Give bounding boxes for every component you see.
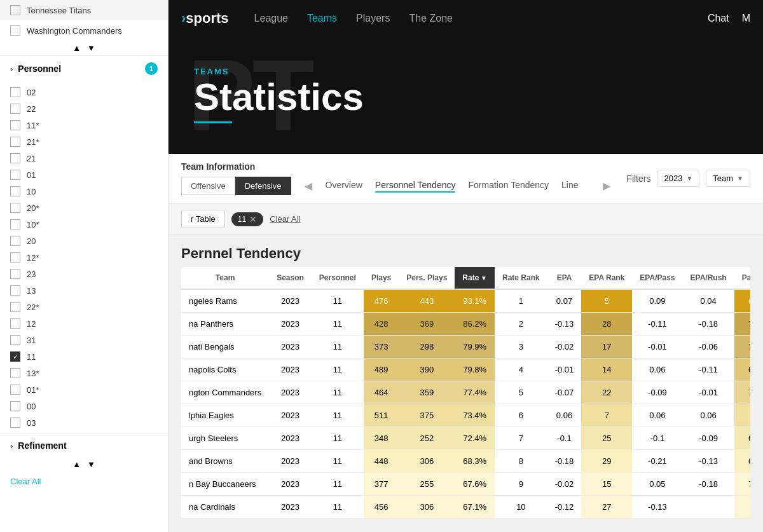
team-info-label: Team Information <box>181 161 255 172</box>
col-season[interactable]: Season <box>269 267 312 289</box>
pers-item-13s[interactable]: 13* <box>0 365 168 381</box>
pers-item-13[interactable]: 13 <box>0 282 168 299</box>
cell-plays: 428 <box>364 313 399 336</box>
scroll-up-bottom-icon[interactable]: ▲ <box>72 460 81 469</box>
tab-scroll-left-icon[interactable]: ◀ <box>301 180 315 192</box>
sidebar-team-washington[interactable]: Washington Commanders <box>0 20 168 41</box>
pers-item-10[interactable]: 10 <box>0 183 168 200</box>
year-filter-select[interactable]: 2023 ▼ <box>657 170 699 187</box>
pers-checkbox-01[interactable] <box>10 170 20 180</box>
refinement-section-header[interactable]: › Refinement <box>0 433 168 457</box>
pers-item-21[interactable]: 21 <box>0 150 168 167</box>
col-rate-rank[interactable]: Rate Rank <box>495 267 547 289</box>
pers-checkbox-12[interactable] <box>10 318 20 329</box>
cell-epa-rush: -0.18 <box>683 313 734 336</box>
pers-checkbox-11s[interactable] <box>10 120 20 130</box>
col-epa-rank[interactable]: EPA Rank <box>581 267 632 289</box>
pers-checkbox-20[interactable] <box>10 236 20 246</box>
sidebar-clear-all-button[interactable]: Clear All <box>0 472 168 491</box>
pers-checkbox-10[interactable] <box>10 186 20 196</box>
pers-item-01[interactable]: 01 <box>0 167 168 183</box>
scroll-up-icon[interactable]: ▲ <box>72 43 81 53</box>
pers-item-11[interactable]: 11 <box>0 348 168 365</box>
personnel-section-header[interactable]: › Personnel 1 <box>0 55 168 81</box>
cell-rate-rank: 8 <box>495 450 547 473</box>
col-pers-plays[interactable]: Pers. Plays <box>399 267 455 289</box>
cell-rate: 77.4% <box>455 381 495 404</box>
tab-formation-tendency[interactable]: Formation Tendency <box>468 180 549 193</box>
nav-link-league[interactable]: League <box>254 13 288 24</box>
pers-checkbox-13s[interactable] <box>10 368 20 378</box>
hero-title: Statistics <box>194 76 364 118</box>
table-row: urgh Steelers 2023 11 348 252 72.4% 7 -0… <box>181 427 750 450</box>
pers-checkbox-20s[interactable] <box>10 203 20 213</box>
hero-text-area: TEAMS Statistics <box>194 67 364 123</box>
col-epa-rush[interactable]: EPA/Rush <box>683 267 734 289</box>
pers-checkbox-21s[interactable] <box>10 137 20 147</box>
pers-checkbox-00[interactable] <box>10 401 20 411</box>
defensive-toggle-btn[interactable]: Defensive <box>235 177 291 195</box>
pers-item-20[interactable]: 20 <box>0 233 168 249</box>
pers-item-11s[interactable]: 11* <box>0 117 168 133</box>
pers-item-03[interactable]: 03 <box>0 414 168 431</box>
offensive-toggle-btn[interactable]: Offensive <box>181 177 235 195</box>
pers-item-12[interactable]: 12 <box>0 315 168 332</box>
pers-item-10s[interactable]: 10* <box>0 216 168 233</box>
col-epa-pass[interactable]: EPA/Pass <box>632 267 682 289</box>
view-table-btn[interactable]: r Table <box>181 210 225 228</box>
pers-item-02[interactable]: 02 <box>0 84 168 100</box>
nav-link-the-zone[interactable]: The Zone <box>409 13 452 24</box>
pers-item-12s[interactable]: 12* <box>0 249 168 266</box>
pers-checkbox-01s[interactable] <box>10 385 20 395</box>
tab-line[interactable]: Line <box>561 180 578 193</box>
pers-checkbox-31[interactable] <box>10 335 20 345</box>
pers-item-23[interactable]: 23 <box>0 266 168 282</box>
cell-personnel: 11 <box>312 496 364 519</box>
checkbox-tennessee[interactable] <box>10 5 20 15</box>
col-epa[interactable]: EPA <box>547 267 582 289</box>
tab-overview[interactable]: Overview <box>326 180 362 193</box>
checkbox-washington[interactable] <box>10 25 20 36</box>
table-row: n Bay Buccaneers 2023 11 377 255 67.6% 9… <box>181 473 750 496</box>
pers-checkbox-11[interactable] <box>10 351 20 362</box>
pers-checkbox-22s[interactable] <box>10 302 20 312</box>
hero-title-underline <box>194 121 232 123</box>
sidebar-team-tennessee[interactable]: Tennessee Titans <box>0 0 168 20</box>
pers-checkbox-23[interactable] <box>10 269 20 279</box>
scroll-down-icon[interactable]: ▼ <box>87 43 95 53</box>
table-header-row: Team Season Personnel Plays Pers. Plays … <box>181 267 750 289</box>
nav-link-players[interactable]: Players <box>356 13 390 24</box>
team-filter-select[interactable]: Team ▼ <box>706 170 750 187</box>
pers-item-20s[interactable]: 20* <box>0 200 168 216</box>
pers-item-31[interactable]: 31 <box>0 332 168 348</box>
cell-team: ngeles Rams <box>181 289 269 313</box>
pers-item-22[interactable]: 22 <box>0 100 168 117</box>
col-pass-rate[interactable]: Pass Rate <box>734 267 750 289</box>
pers-checkbox-02[interactable] <box>10 87 20 97</box>
col-personnel[interactable]: Personnel <box>312 267 364 289</box>
tab-personnel-tendency[interactable]: Personnel Tendency <box>375 180 456 193</box>
pers-checkbox-22[interactable] <box>10 104 20 114</box>
col-plays[interactable]: Plays <box>364 267 399 289</box>
pers-item-22s[interactable]: 22* <box>0 299 168 315</box>
pers-item-21s[interactable]: 21* <box>0 133 168 150</box>
col-team[interactable]: Team <box>181 267 269 289</box>
pers-checkbox-12s[interactable] <box>10 252 20 263</box>
nav-link-teams[interactable]: Teams <box>307 13 337 24</box>
scroll-down-bottom-icon[interactable]: ▼ <box>87 460 95 469</box>
pers-item-00[interactable]: 00 <box>0 398 168 414</box>
clear-all-filters-btn[interactable]: Clear All <box>270 214 300 224</box>
scroll-arrows-top: ▲ ▼ <box>0 41 168 55</box>
pers-checkbox-21[interactable] <box>10 153 20 163</box>
cell-epa-pass: 0.05 <box>632 473 682 496</box>
col-rate[interactable]: Rate <box>455 267 495 289</box>
cell-plays: 448 <box>364 450 399 473</box>
pers-item-01s[interactable]: 01* <box>0 381 168 398</box>
nav-more-link[interactable]: M <box>742 13 750 24</box>
pers-checkbox-03[interactable] <box>10 418 20 428</box>
filter-tag-close-icon[interactable]: ✕ <box>249 214 257 224</box>
pers-checkbox-10s[interactable] <box>10 219 20 229</box>
tab-scroll-right-icon[interactable]: ▶ <box>600 180 614 192</box>
nav-chat-link[interactable]: Chat <box>708 13 729 24</box>
pers-checkbox-13[interactable] <box>10 285 20 296</box>
